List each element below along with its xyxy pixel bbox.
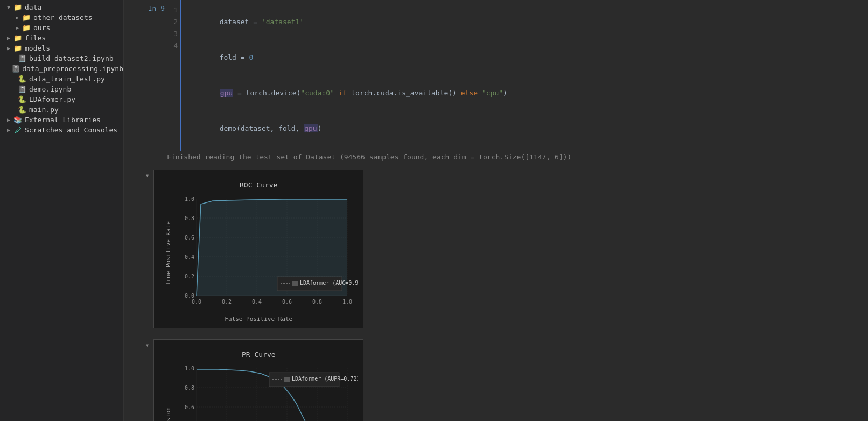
sidebar-item-data-train-test[interactable]: 🐍 data_train_test.py [0,74,123,84]
svg-text:LDAformer (AUPR=0.723): LDAformer (AUPR=0.723) [292,376,358,382]
sidebar-item-build-dataset2[interactable]: 📓 build_dataset2.ipynb [0,53,123,64]
sidebar-item-label: LDAfomer.py [29,95,75,103]
pr-chart-svg: 1.0 0.8 0.6 0.4 0.2 0.0 0.0 0.2 0.4 [175,363,358,421]
file-tree: ▼ 📁 data ▶ 📁 other datasets ▶ 📁 ours ▶ 📁… [0,0,124,421]
svg-text:1.0: 1.0 [185,196,194,202]
sidebar-item-files[interactable]: ▶ 📁 files [0,33,123,43]
svg-text:1.0: 1.0 [342,299,352,305]
code-line-1: dataset = 'dataset1' [186,4,864,40]
svg-text:0.4: 0.4 [252,299,262,305]
svg-text:0.4: 0.4 [185,254,194,260]
collapse-pr-button[interactable]: ▾ [145,341,149,349]
folder-icon: 📁 [22,13,31,22]
expand-arrow: ▶ [4,117,13,123]
roc-xlabel: False Positive Rate [165,315,352,322]
python-icon: 🐍 [17,95,27,103]
cell-label: In 9 [148,4,165,12]
sidebar-item-main[interactable]: 🐍 main.py [0,104,123,115]
roc-ylabel: True Positive Rate [165,221,172,285]
sidebar-item-label: build_dataset2.ipynb [29,54,114,62]
svg-rect-26 [292,281,298,286]
svg-text:0.6: 0.6 [185,404,194,410]
folder-icon: 📁 [22,24,31,32]
pr-chart-title: PR Curve [165,350,352,359]
expand-arrow: ▶ [4,127,13,133]
expand-arrow: ▶ [13,15,22,20]
python-icon: 🐍 [17,106,27,114]
code-cell: In 9 1 2 3 4 dataset = 'dataset1' fold =… [124,0,868,151]
sidebar-item-scratches[interactable]: ▶ 🖊 Scratches and Consoles [0,125,123,135]
pr-chart-section: ▾ PR Curve Precision [124,337,868,421]
code-line-2: fold = 0 [186,40,864,75]
expand-arrow: ▶ [13,25,22,31]
code-line-4: demo(dataset, fold, gpu) [186,111,864,146]
sidebar-item-label: data [25,3,41,11]
pr-chart-wrapper: PR Curve Precision [153,339,363,421]
sidebar-item-label: External Libraries [25,116,101,124]
svg-text:LDAformer (AUC=0.994): LDAformer (AUC=0.994) [300,280,358,286]
sidebar-item-data[interactable]: ▼ 📁 data [0,2,123,12]
sidebar-item-label: Scratches and Consoles [25,126,117,134]
sidebar-item-label: models [25,44,50,52]
svg-text:0.0: 0.0 [192,299,201,305]
svg-text:0.2: 0.2 [222,299,232,305]
roc-chart-svg: 1.0 0.8 0.6 0.4 0.2 0.0 0.0 0.2 0.4 [175,193,358,312]
sidebar-item-label: main.py [29,106,59,114]
svg-text:1.0: 1.0 [185,366,194,371]
collapse-roc-button[interactable]: ▾ [145,172,149,179]
sidebar-item-label: files [25,34,46,42]
expand-arrow: ▶ [4,45,13,51]
svg-rect-54 [284,377,290,382]
sidebar-item-label: demo.ipynb [29,85,71,93]
sidebar-item-data-preprocessing[interactable]: 📓 data_preprocessing.ipynb [0,64,123,74]
roc-chart-wrapper: ROC Curve True Positive Rate [153,170,363,328]
code-line-3: gpu = torch.device("cuda:0" if torch.cud… [186,75,864,111]
notebook-icon: 📓 [17,54,27,62]
svg-text:0.0: 0.0 [185,293,194,299]
sidebar-item-demo[interactable]: 📓 demo.ipynb [0,84,123,94]
expand-arrow-data: ▼ [4,4,13,10]
sidebar-item-label: data_train_test.py [29,75,105,83]
code-block[interactable]: dataset = 'dataset1' fold = 0 gpu = torc… [180,0,868,151]
sidebar-item-ours[interactable]: ▶ 📁 ours [0,23,123,33]
editor-main: In 9 1 2 3 4 dataset = 'dataset1' fold =… [124,0,868,421]
sidebar-item-label: data_preprocessing.ipynb [22,65,123,73]
notebook-icon: 📓 [11,65,20,73]
svg-text:0.8: 0.8 [312,299,322,305]
sidebar-item-external-libraries[interactable]: ▶ 📚 External Libraries [0,115,123,125]
sidebar-item-label: ours [33,24,50,32]
svg-text:0.8: 0.8 [185,215,194,221]
pr-ylabel: Precision [165,407,172,421]
folder-icon: 📁 [13,44,23,52]
roc-chart-section: ▾ ROC Curve True Positive Rate [124,167,868,337]
cell-indicator: In 9 [124,0,167,151]
scratch-icon: 🖊 [13,126,23,134]
library-icon: 📚 [13,116,23,124]
folder-icon: 📁 [13,3,23,11]
roc-chart-title: ROC Curve [165,181,352,189]
python-icon: 🐍 [17,75,27,83]
line-numbers: 1 2 3 4 [167,0,180,151]
output-text: Finished reading the test set of Dataset… [124,151,868,167]
sidebar-item-models[interactable]: ▶ 📁 models [0,43,123,53]
svg-text:0.2: 0.2 [185,273,194,279]
svg-text:0.6: 0.6 [282,299,292,305]
svg-text:0.6: 0.6 [185,235,194,241]
expand-arrow: ▶ [4,35,13,41]
folder-icon: 📁 [13,34,23,42]
sidebar-item-ldafomer[interactable]: 🐍 LDAfomer.py [0,94,123,104]
sidebar-item-other-datasets[interactable]: ▶ 📁 other datasets [0,12,123,23]
notebook-icon: 📓 [17,85,27,93]
svg-text:0.8: 0.8 [185,385,194,391]
sidebar-item-label: other datasets [33,13,93,22]
